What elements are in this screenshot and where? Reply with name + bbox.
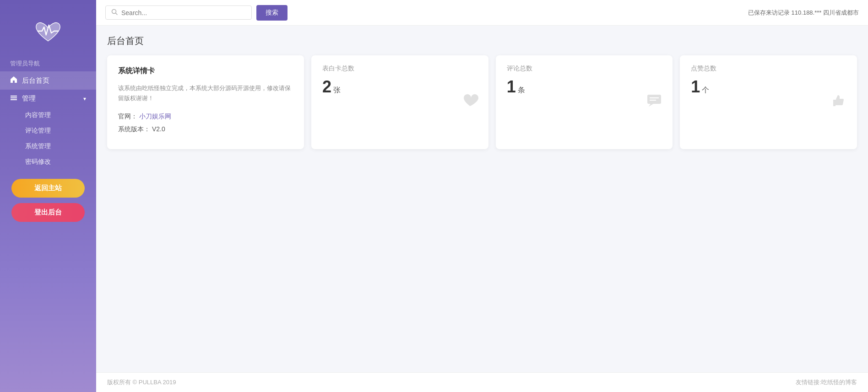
svg-rect-0 [11, 96, 17, 97]
like-label: 点赞总数 [691, 64, 846, 73]
page-title: 后台首页 [107, 35, 857, 47]
svg-line-4 [116, 13, 118, 15]
svg-marker-6 [649, 104, 653, 107]
sidebar-item-password-change[interactable]: 密码修改 [0, 154, 96, 170]
comment-management-label: 评论管理 [25, 127, 51, 135]
website-label: 官网： [118, 113, 137, 120]
sidebar-item-dashboard[interactable]: 后台首页 [0, 71, 96, 90]
home-icon [10, 76, 17, 85]
version-label: 系统版本： [118, 125, 150, 133]
sidebar-section-management: 管理 ▾ 内容管理 评论管理 系统管理 密码修改 [0, 90, 96, 170]
system-management-label: 系统管理 [25, 142, 51, 150]
stat-card-like: 点赞总数 1 个 [680, 55, 857, 149]
management-label: 管理 [22, 94, 36, 103]
admin-nav-label: 管理员导航 [0, 59, 40, 68]
like-value-row: 1 个 [691, 77, 846, 97]
system-card-website-row: 官网： 小刀娱乐网 [118, 113, 293, 121]
svg-rect-5 [647, 95, 661, 104]
like-value: 1 [691, 77, 700, 97]
whitelist-label: 表白卡总数 [322, 64, 477, 73]
sidebar-item-system-management[interactable]: 系统管理 [0, 139, 96, 154]
search-box-container [105, 5, 252, 20]
system-card-version-row: 系统版本： V2.0 [118, 125, 293, 134]
comment-unit: 条 [518, 86, 525, 95]
system-card-desc: 该系统由吃纸怪独立完成，本系统大部分源码开源使用，修改请保留版权谢谢！ [118, 83, 293, 103]
search-input[interactable] [121, 9, 246, 16]
comment-icon [646, 92, 662, 113]
footer: 版权所有 © PULLBA 2019 友情链接:吃纸怪的博客 [96, 372, 868, 392]
like-unit: 个 [702, 86, 709, 95]
comment-label: 评论总数 [507, 64, 662, 73]
svg-rect-2 [11, 99, 17, 100]
sidebar-item-comment-management[interactable]: 评论管理 [0, 123, 96, 139]
heart-icon [462, 92, 478, 113]
sidebar-logo [30, 14, 66, 50]
stat-card-whitelist: 表白卡总数 2 张 [311, 55, 488, 149]
cards-row: 系统详情卡 该系统由吃纸怪独立完成，本系统大部分源码开源使用，修改请保留版权谢谢… [107, 55, 857, 149]
dashboard-label: 后台首页 [22, 76, 49, 85]
sidebar-management-header[interactable]: 管理 ▾ [0, 90, 96, 107]
comment-value: 1 [507, 77, 516, 97]
password-change-label: 密码修改 [25, 158, 51, 166]
sidebar-menu: 后台首页 管理 ▾ 内容管理 [0, 71, 96, 170]
sidebar-item-content-management[interactable]: 内容管理 [0, 107, 96, 123]
visit-record: 已保存来访记录 110.188.*** 四川省成都市 [748, 9, 859, 17]
version-value: V2.0 [152, 125, 165, 133]
system-card: 系统详情卡 该系统由吃纸怪独立完成，本系统大部分源码开源使用，修改请保留版权谢谢… [107, 55, 304, 149]
search-icon [111, 9, 118, 16]
search-button[interactable]: 搜索 [256, 5, 288, 21]
header: 搜索 已保存来访记录 110.188.*** 四川省成都市 [96, 0, 868, 26]
management-sub-items: 内容管理 评论管理 系统管理 密码修改 [0, 107, 96, 170]
chevron-down-icon: ▾ [83, 96, 86, 102]
copyright: 版权所有 © PULLBA 2019 [107, 378, 176, 387]
svg-rect-1 [11, 97, 17, 98]
whitelist-unit: 张 [333, 86, 341, 95]
thumbs-up-icon [830, 92, 847, 113]
website-link[interactable]: 小刀娱乐网 [139, 113, 171, 120]
main-content: 搜索 已保存来访记录 110.188.*** 四川省成都市 后台首页 系统详情卡… [96, 0, 868, 392]
menu-icon [10, 94, 17, 103]
stat-card-comment: 评论总数 1 条 [496, 55, 673, 149]
search-area: 搜索 [105, 5, 288, 21]
system-card-title: 系统详情卡 [118, 66, 293, 76]
whitelist-value: 2 [322, 77, 331, 97]
content-area: 后台首页 系统详情卡 该系统由吃纸怪独立完成，本系统大部分源码开源使用，修改请保… [96, 26, 868, 372]
friend-link: 友情链接:吃纸怪的博客 [796, 378, 857, 387]
whitelist-value-row: 2 张 [322, 77, 477, 97]
sidebar: 管理员导航 后台首页 [0, 0, 96, 392]
logout-button[interactable]: 登出后台 [11, 203, 85, 222]
content-management-label: 内容管理 [25, 111, 51, 119]
comment-value-row: 1 条 [507, 77, 662, 97]
return-site-button[interactable]: 返回主站 [11, 179, 85, 198]
